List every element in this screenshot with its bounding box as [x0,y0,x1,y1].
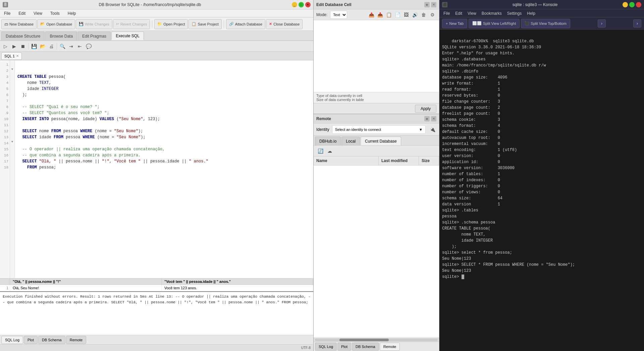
mid-tab-remote[interactable]: Remote [380,343,400,351]
new-database-button[interactable]: 🗃 New Database [1,19,37,29]
k-menu-edit[interactable]: Edit [454,10,464,16]
sql-tab-1[interactable]: SQL 1 ✕ [1,52,22,60]
cell-editor[interactable] [314,20,439,92]
fold-indicator-14[interactable]: ▼ [10,139,14,145]
identity-connect-button[interactable]: 🔌 [428,126,436,134]
menu-file[interactable]: File [1,10,13,16]
remote-title-bar: Remote ◈ ✕ [314,114,439,123]
sql-editor[interactable]: 12345 678910 1112131415 161718 ▼ [0,60,313,278]
find-button[interactable]: 🔍 [58,42,66,50]
remote-controls: ◈ ✕ [424,116,436,121]
mode-icon-6[interactable]: 🔊 [411,11,419,19]
identity-select[interactable]: Select an identity to connect ▼ [332,125,426,134]
bottom-tab-remote[interactable]: Remote [66,336,87,344]
new-tab-button[interactable]: + New Tab [442,19,467,28]
mode-icon-2[interactable]: 📥 [376,11,384,19]
edit-cell-close[interactable]: ✕ [431,2,436,7]
run-line-button[interactable]: ▷ [1,42,9,50]
open-project-button[interactable]: 📁 Open Project [154,19,188,29]
mode-icon-5[interactable]: 🖼 [402,11,410,19]
k-menu-file[interactable]: File [442,10,451,16]
save-sql-button[interactable]: 💾 [30,42,38,50]
bottom-tab-bar: SQL Log Plot DB Schema Remote [0,335,313,344]
maximize-button[interactable]: □ [299,2,304,7]
konsole-minimize[interactable] [623,2,628,7]
sql-tab-close[interactable]: ✕ [16,54,19,58]
attach-database-button[interactable]: 🔗 Attach Database [226,19,265,29]
minimize-button[interactable]: _ [292,2,297,7]
edit-cell-title: Edit Database Cell [316,2,352,7]
konsole-more-button-2[interactable]: › [633,19,641,28]
remote-tab-current-db[interactable]: Current Database [361,137,401,145]
fold-gutter: ▼ ▼ [10,60,15,278]
konsole-terminal[interactable]: darkstar-6700k% sqlite3 sqlite.db SQLite… [439,30,644,351]
mid-tab-db-schema[interactable]: DB Schema [352,343,379,351]
mode-select[interactable]: Text [330,11,347,19]
close-database-button[interactable]: ✕ Close Database [266,19,303,29]
k-menu-settings[interactable]: Settings [506,10,523,16]
remote-tab-local[interactable]: Local [341,137,360,145]
mode-icon-7[interactable]: 🗑 [420,11,428,19]
bottom-tab-db-schema[interactable]: DB Schema [38,336,65,344]
remote-detach[interactable]: ◈ [424,116,430,121]
stop-button[interactable]: ⏹ [19,42,27,50]
revert-changes-button[interactable]: ↩ Revert Changes [113,19,150,29]
open-database-button[interactable]: 📂 Open Database [37,19,75,29]
main-toolbar: 🗃 New Database 📂 Open Database 💾 Write C… [0,17,313,31]
konsole-toolbar: + New Tab ⬜⬜ Split View Left/Right ⬛ Spl… [439,17,644,30]
tab-edit-pragmas[interactable]: Edit Pragmas [78,32,111,40]
mid-tab-plot[interactable]: Plot [337,343,351,351]
apply-button[interactable]: Apply [415,105,436,113]
window-controls: _ □ ✕ [292,2,311,7]
sql-main: 12345 678910 1112131415 161718 ▼ [0,60,313,291]
print-button[interactable]: 🖨 [47,42,55,50]
indent-button[interactable]: ⇥ [67,42,75,50]
bottom-tab-plot[interactable]: Plot [24,336,38,344]
edit-cell-detach[interactable]: ◈ [424,2,430,7]
konsole-more-button[interactable]: › [598,19,606,28]
tab-browse-data[interactable]: Browse Data [45,32,77,40]
remote-close[interactable]: ✕ [431,116,436,121]
scrollbar-track[interactable] [315,339,438,341]
run-all-button[interactable]: ▶ [10,42,18,50]
remote-tab-dbhub[interactable]: DBHub.io [315,137,341,145]
result-col-1: "Olá, " || pessoa.nome || "!" [10,279,162,285]
result-cell-name[interactable]: Olá, Seu Nome! [10,285,162,291]
unindent-button[interactable]: ⇤ [76,42,84,50]
mode-icon-4[interactable]: 📄 [393,11,401,19]
konsole-close[interactable] [636,2,641,7]
remote-refresh-button[interactable]: 🔄 [316,147,324,155]
comment-button[interactable]: 💬 [85,42,93,50]
write-changes-button[interactable]: 💾 Write Changes [76,19,112,29]
konsole-window: ⬛ sqlite : sqlite3 — Konsole File Edit V… [439,0,644,351]
menu-tools[interactable]: Tools [48,10,62,16]
bottom-tab-sql-log[interactable]: SQL Log [1,336,23,344]
split-top-bottom-button[interactable]: ⬛ Split View Top/Bottom [521,19,570,28]
menu-view[interactable]: View [31,10,45,16]
fold-indicator-2[interactable]: ▼ [10,66,14,72]
menu-edit[interactable]: Edit [16,10,28,16]
cursor [462,274,464,279]
k-menu-view[interactable]: View [466,10,478,16]
k-menu-bookmarks[interactable]: Bookmarks [480,10,503,16]
tab-database-structure[interactable]: Database Structure [1,32,45,40]
mode-icon-8[interactable]: ⚙ [428,11,436,19]
open-sql-button[interactable]: 📂 [39,42,47,50]
mode-icon-3[interactable]: 📋 [385,11,393,19]
mid-tab-sql-log[interactable]: SQL Log [315,343,337,351]
k-menu-help[interactable]: Help [526,10,537,16]
code-editor[interactable]: CREATE TABLE pessoa( nome TEXT, idade IN… [15,60,313,278]
tab-execute-sql[interactable]: Execute SQL [111,32,144,40]
close-button[interactable]: ✕ [305,2,311,7]
menu-help[interactable]: Help [65,10,79,16]
split-left-right-button[interactable]: ⬜⬜ Split View Left/Right [469,19,520,28]
result-row-1[interactable]: 1 Olá, Seu Nome! Você tem 123 anos. [0,285,313,291]
result-cell-age[interactable]: Você tem 123 anos. [162,285,313,291]
mode-icon-1[interactable]: 📤 [367,11,375,19]
scrollbar-thumb[interactable] [339,339,388,341]
save-project-button[interactable]: 📋 Save Project [189,19,221,29]
konsole-maximize[interactable] [629,2,635,7]
identity-label: Identity [316,127,329,132]
remote-scrollbar[interactable] [314,338,439,342]
remote-upload-button[interactable]: ☁ [326,147,334,155]
